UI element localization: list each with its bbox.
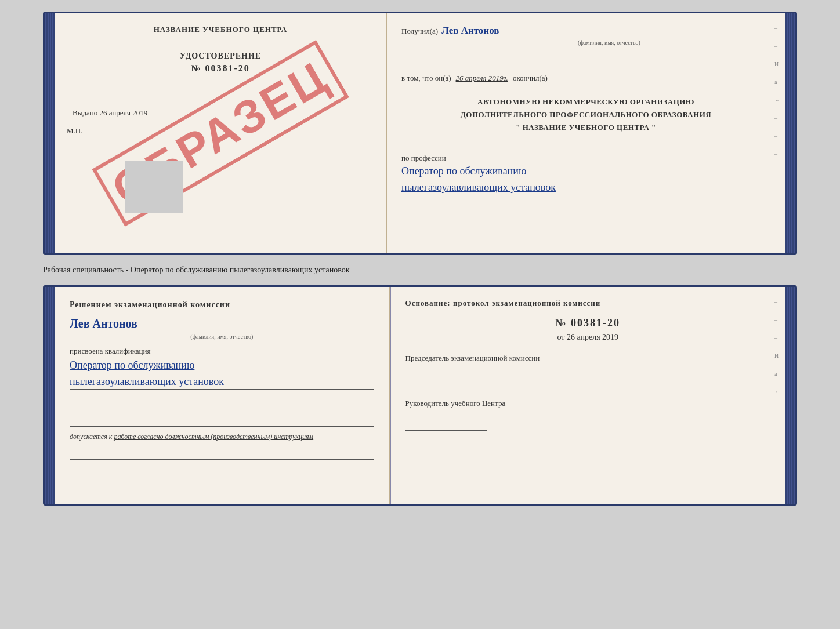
- blank-line-1: [70, 394, 374, 408]
- blank-line-2: [70, 413, 374, 427]
- issued-date-value: 26 апреля 2019: [100, 108, 148, 117]
- bottom-diploma-book: Решением экзаменационной комиссии Лев Ан…: [43, 285, 797, 506]
- qualification-line2: пылегазоулавливающих установок: [70, 376, 374, 390]
- dash-separator: –: [767, 27, 771, 36]
- date-line: в том, что он(а) 26 апреля 2019г. окончи…: [401, 74, 770, 83]
- org-line3: " НАЗВАНИЕ УЧЕБНОГО ЦЕНТРА ": [401, 121, 770, 134]
- recipient-name: Лев Антонов: [441, 25, 763, 38]
- chairman-role: Председатель экзаменационной комиссии: [405, 352, 770, 364]
- date-value: 26 апреля 2019г.: [456, 74, 508, 83]
- protocol-number: № 00381-20: [405, 317, 770, 329]
- blank-line-3: [70, 446, 374, 460]
- bottom-spine-right: [785, 287, 795, 504]
- top-left-page: НАЗВАНИЕ УЧЕБНОГО ЦЕНТРА УДОСТОВЕРЕНИЕ №…: [55, 13, 387, 253]
- profession-block: по профессии Оператор по обслуживанию пы…: [401, 148, 770, 195]
- side-lines-bottom: – – – И а ← – – – –: [774, 299, 780, 467]
- bottom-spine-left: [45, 287, 55, 504]
- profession-label: по профессии: [401, 154, 770, 163]
- top-right-page: Получил(а) Лев Антонов – (фамилия, имя, …: [387, 13, 785, 253]
- admission-text-block: допускается к работе согласно должностны…: [70, 432, 374, 441]
- bottom-right-page: Основание: протокол экзаменационной коми…: [391, 287, 785, 504]
- top-spine-right: [785, 13, 795, 253]
- school-name-top: НАЗВАНИЕ УЧЕБНОГО ЦЕНТРА: [67, 25, 374, 34]
- certificate-container: НАЗВАНИЕ УЧЕБНОГО ЦЕНТРА УДОСТОВЕРЕНИЕ №…: [43, 12, 797, 506]
- side-lines-top: – – И а ← – – –: [774, 25, 780, 157]
- recipient-block: Получил(а) Лев Антонов – (фамилия, имя, …: [401, 25, 770, 46]
- chairman-section: Председатель экзаменационной комиссии: [405, 352, 770, 386]
- date-prefix-bottom: от: [557, 333, 564, 341]
- profession-line2: пылегазоулавливающих установок: [401, 181, 770, 195]
- finished-label: окончил(а): [513, 74, 548, 83]
- protocol-date-value: 26 апреля 2019: [567, 333, 618, 341]
- fio-sublabel-top: (фамилия, имя, отчество): [448, 39, 770, 46]
- issued-date-line: Выдано 26 апреля 2019: [67, 108, 374, 118]
- director-section: Руководитель учебного Центра: [405, 398, 770, 431]
- org-line2: ДОПОЛНИТЕЛЬНОГО ПРОФЕССИОНАЛЬНОГО ОБРАЗО…: [401, 108, 770, 121]
- qualification-line1: Оператор по обслуживанию: [70, 359, 374, 373]
- photo-placeholder: [125, 161, 183, 213]
- exam-commission-title: Решением экзаменационной комиссии: [70, 299, 374, 311]
- date-prefix: в том, что он(а): [401, 74, 451, 83]
- bottom-fio-sublabel: (фамилия, имя, отчество): [70, 332, 374, 340]
- admission-prefix: допускается к: [70, 432, 112, 441]
- top-spine-left: [45, 13, 55, 253]
- protocol-date: от 26 апреля 2019: [405, 333, 770, 342]
- bottom-left-page: Решением экзаменационной комиссии Лев Ан…: [55, 287, 390, 504]
- recipient-line: Получил(а) Лев Антонов –: [401, 25, 770, 38]
- basis-label: Основание: протокол экзаменационной коми…: [405, 299, 770, 308]
- received-label: Получил(а): [401, 27, 438, 36]
- org-line1: АВТОНОМНУЮ НЕКОММЕРЧЕСКУЮ ОРГАНИЗАЦИЮ: [401, 96, 770, 108]
- director-role: Руководитель учебного Центра: [405, 398, 770, 409]
- cert-title-block: УДОСТОВЕРЕНИЕ № 00381-20: [67, 52, 374, 74]
- bottom-person-name: Лев Антонов: [70, 317, 374, 330]
- cert-title: УДОСТОВЕРЕНИЕ: [67, 52, 374, 61]
- right-content-top: Получил(а) Лев Антонов – (фамилия, имя, …: [401, 25, 770, 195]
- top-diploma-book: НАЗВАНИЕ УЧЕБНОГО ЦЕНТРА УДОСТОВЕРЕНИЕ №…: [43, 12, 797, 255]
- middle-specialty-text: Рабочая специальность - Оператор по обсл…: [43, 262, 797, 278]
- admission-value: работе согласно должностным (производств…: [114, 432, 313, 441]
- mp-label: М.П.: [67, 126, 374, 136]
- issued-label: Выдано: [73, 108, 97, 117]
- assigned-label: присвоена квалификация: [70, 347, 374, 356]
- chairman-signature-line: [405, 376, 487, 386]
- cert-number: № 00381-20: [67, 63, 374, 74]
- org-block: АВТОНОМНУЮ НЕКОММЕРЧЕСКУЮ ОРГАНИЗАЦИЮ ДО…: [401, 96, 770, 134]
- director-signature-line: [405, 420, 487, 431]
- profession-line1: Оператор по обслуживанию: [401, 165, 770, 179]
